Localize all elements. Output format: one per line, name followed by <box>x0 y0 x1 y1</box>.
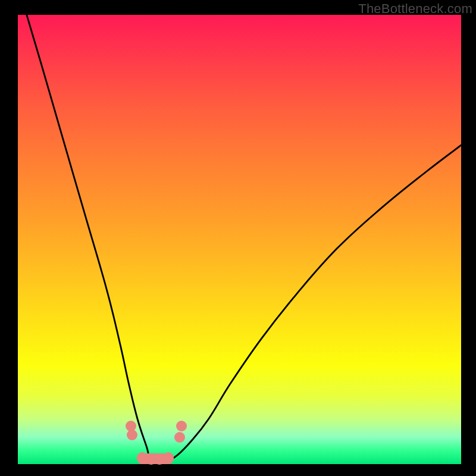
optimal-markers-layer <box>18 15 461 464</box>
optimal-marker <box>127 430 137 440</box>
watermark-text: TheBottleneck.com <box>358 1 472 17</box>
optimal-marker <box>174 432 185 443</box>
optimal-marker <box>176 421 187 431</box>
chart-plot-area <box>18 15 461 464</box>
outer-frame: TheBottleneck.com <box>0 0 476 476</box>
optimal-marker <box>163 452 174 463</box>
